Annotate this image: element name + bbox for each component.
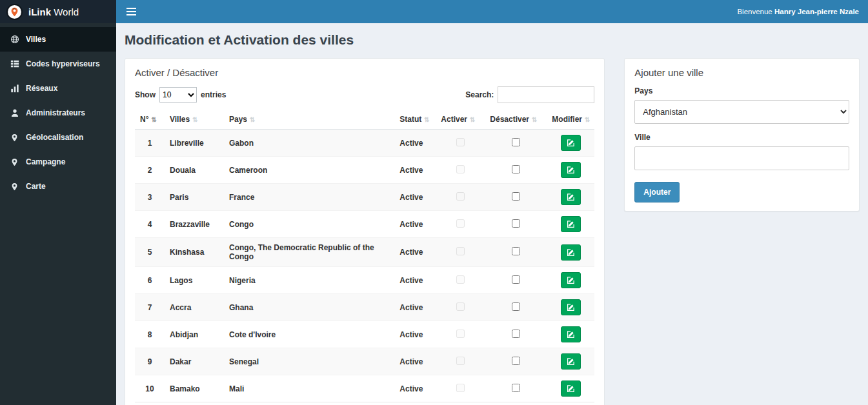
activer-checkbox bbox=[456, 138, 465, 146]
cell-desactiver bbox=[485, 267, 547, 294]
desactiver-checkbox[interactable] bbox=[512, 165, 520, 173]
table-row: 2DoualaCameroonActive bbox=[135, 157, 594, 184]
column-label: Activer bbox=[441, 115, 467, 124]
table-row: 4BrazzavilleCongoActive bbox=[135, 211, 594, 238]
edit-button[interactable] bbox=[561, 326, 581, 342]
table-header-row: N°⇅Villes⇅Pays⇅Statut⇅Activer⇅Désactiver… bbox=[135, 110, 594, 130]
edit-button[interactable] bbox=[561, 189, 581, 205]
sidebar-item-label: Campagne bbox=[26, 157, 65, 166]
pays-label: Pays bbox=[634, 86, 849, 95]
pays-select[interactable]: Afghanistan bbox=[634, 100, 849, 124]
edit-icon bbox=[567, 220, 575, 228]
column-label: Villes bbox=[170, 115, 190, 124]
cell-desactiver bbox=[485, 157, 547, 184]
cell-activer bbox=[436, 294, 485, 321]
cell-ville: Abidjan bbox=[165, 321, 224, 348]
cell-activer bbox=[436, 375, 485, 402]
cell-num: 5 bbox=[135, 238, 165, 267]
edit-button[interactable] bbox=[561, 162, 581, 178]
cell-desactiver bbox=[485, 184, 547, 211]
cell-modifier bbox=[547, 294, 594, 321]
user-icon bbox=[10, 108, 19, 117]
table-panel: Activer / Désactiver Show 10 entries Sea… bbox=[125, 58, 605, 405]
table-row: 9DakarSenegalActive bbox=[135, 348, 594, 375]
desactiver-checkbox[interactable] bbox=[512, 302, 520, 311]
cell-desactiver bbox=[485, 211, 547, 238]
cell-activer bbox=[436, 321, 485, 348]
desactiver-checkbox[interactable] bbox=[512, 138, 520, 146]
welcome-text: Bienvenue Hanry Jean-pierre Nzale bbox=[737, 8, 859, 15]
cell-statut: Active bbox=[394, 321, 436, 348]
sort-icon: ⇅ bbox=[250, 116, 255, 123]
activer-checkbox bbox=[456, 247, 465, 255]
search-input[interactable] bbox=[498, 86, 594, 103]
column-header-modifier[interactable]: Modifier⇅ bbox=[547, 110, 594, 130]
edit-button[interactable] bbox=[561, 299, 581, 315]
edit-button[interactable] bbox=[561, 353, 581, 370]
pin-icon bbox=[10, 158, 19, 166]
ville-input[interactable] bbox=[634, 146, 849, 170]
cell-statut: Active bbox=[394, 157, 436, 184]
cell-modifier bbox=[547, 157, 594, 184]
sidebar-toggle-icon[interactable] bbox=[125, 3, 137, 20]
ajouter-button[interactable]: Ajouter bbox=[634, 182, 680, 202]
cell-statut: Active bbox=[394, 348, 436, 375]
edit-icon bbox=[567, 166, 575, 174]
sidebar-item-villes[interactable]: Villes bbox=[0, 27, 116, 52]
column-header-n[interactable]: N°⇅ bbox=[135, 110, 165, 130]
desactiver-checkbox[interactable] bbox=[512, 384, 520, 392]
table-row: 7AccraGhanaActive bbox=[135, 294, 594, 321]
brand[interactable]: iLink World bbox=[0, 0, 116, 23]
edit-button[interactable] bbox=[561, 244, 581, 261]
edit-button[interactable] bbox=[561, 272, 581, 288]
column-header-activer[interactable]: Activer⇅ bbox=[436, 110, 485, 130]
desactiver-checkbox[interactable] bbox=[512, 330, 520, 338]
cell-ville: Douala bbox=[165, 157, 224, 184]
edit-button[interactable] bbox=[561, 135, 581, 151]
sidebar-item-reseaux[interactable]: Réseaux bbox=[0, 76, 116, 101]
page-length-select[interactable]: 10 bbox=[159, 87, 197, 103]
desactiver-checkbox[interactable] bbox=[512, 357, 520, 365]
desactiver-checkbox[interactable] bbox=[512, 192, 520, 201]
pin-icon bbox=[10, 133, 19, 142]
cell-num: 2 bbox=[135, 157, 165, 184]
sidebar-item-campagne[interactable]: Campagne bbox=[0, 150, 116, 174]
sidebar-item-carte[interactable]: Carte bbox=[0, 174, 116, 199]
cell-desactiver bbox=[485, 375, 547, 402]
cell-num: 7 bbox=[135, 294, 165, 321]
cell-desactiver bbox=[485, 321, 547, 348]
cell-ville: Bamako bbox=[165, 375, 224, 402]
cell-statut: Active bbox=[394, 211, 436, 238]
column-header-desactiver[interactable]: Désactiver⇅ bbox=[485, 110, 547, 130]
cell-modifier bbox=[547, 321, 594, 348]
cell-statut: Active bbox=[394, 130, 436, 157]
column-header-villes[interactable]: Villes⇅ bbox=[165, 110, 224, 130]
cell-pays: Ghana bbox=[224, 294, 394, 321]
edit-button[interactable] bbox=[561, 380, 581, 397]
sidebar-item-label: Administrateurs bbox=[26, 108, 85, 117]
cell-modifier bbox=[547, 211, 594, 238]
sort-icon: ⇅ bbox=[585, 116, 590, 123]
table-controls: Show 10 entries Search: bbox=[135, 86, 594, 103]
edit-icon bbox=[567, 357, 575, 366]
edit-button[interactable] bbox=[561, 216, 581, 232]
sort-icon: ⇅ bbox=[192, 116, 197, 123]
column-header-statut[interactable]: Statut⇅ bbox=[394, 110, 436, 130]
desactiver-checkbox[interactable] bbox=[512, 275, 520, 284]
cell-ville: Lagos bbox=[165, 267, 224, 294]
table-row: 10BamakoMaliActive bbox=[135, 375, 594, 402]
sidebar: VillesCodes hyperviseursRéseauxAdministr… bbox=[0, 23, 116, 405]
sidebar-item-geolocalisation[interactable]: Géolocalisation bbox=[0, 125, 116, 150]
sidebar-item-administrateurs[interactable]: Administrateurs bbox=[0, 101, 116, 125]
desactiver-checkbox[interactable] bbox=[512, 247, 520, 255]
sidebar-item-codes-hyperviseurs[interactable]: Codes hyperviseurs bbox=[0, 52, 116, 76]
activer-checkbox bbox=[456, 219, 465, 228]
cities-table: N°⇅Villes⇅Pays⇅Statut⇅Activer⇅Désactiver… bbox=[135, 110, 594, 402]
cell-statut: Active bbox=[394, 294, 436, 321]
ville-label: Ville bbox=[634, 133, 849, 142]
brand-rest: World bbox=[51, 6, 79, 17]
cell-pays: Congo, The Democratic Republic of the Co… bbox=[224, 238, 394, 267]
desactiver-checkbox[interactable] bbox=[512, 219, 520, 228]
cell-statut: Active bbox=[394, 184, 436, 211]
column-header-pays[interactable]: Pays⇅ bbox=[224, 110, 394, 130]
